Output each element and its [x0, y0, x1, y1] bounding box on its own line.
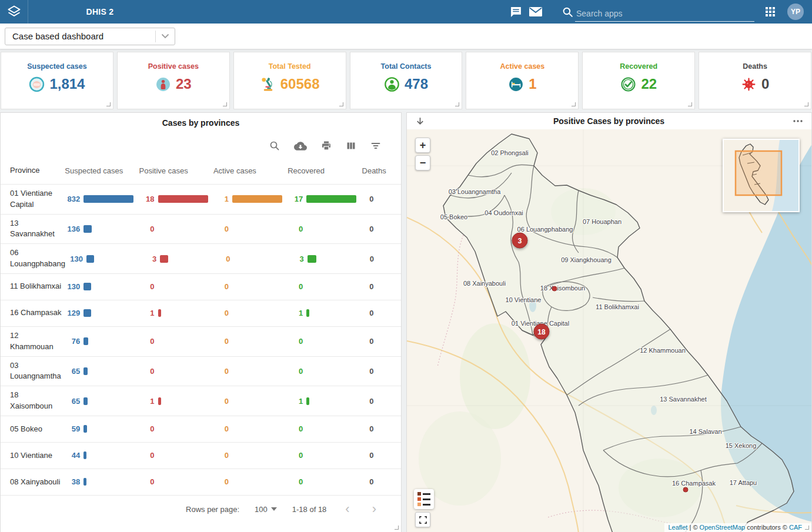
case-marker[interactable] [683, 487, 689, 493]
value-text: 1 [288, 397, 303, 406]
card-resize-handle[interactable] [223, 102, 227, 106]
province-label: 06 Louangphabang [517, 226, 573, 233]
fullscreen-button[interactable] [415, 512, 430, 527]
positive-cell: 1 [139, 309, 213, 317]
kpi-card-active-cases[interactable]: Active cases1 [466, 52, 579, 109]
value-text: 59 [65, 424, 80, 433]
table-row[interactable]: 18 Xaisomboun651010 [1, 386, 401, 416]
value-text: 0 [213, 225, 229, 233]
value-text: 0 [362, 477, 374, 486]
value-text: 44 [65, 451, 80, 460]
recovered-cell: 0 [288, 424, 362, 433]
table-body: 01 Vientiane Capital83218117013 Savannak… [1, 185, 401, 496]
province-cell: 12 Khammouan [1, 330, 65, 353]
recovered-cell: 0 [288, 282, 362, 291]
active-cell: 0 [213, 337, 288, 346]
card-resize-handle[interactable] [572, 102, 576, 106]
more-options-icon[interactable] [793, 119, 803, 123]
overview-mini-map[interactable] [723, 139, 800, 212]
province-cell: 01 Vientiane Capital [1, 188, 65, 210]
value-text: 0 [213, 309, 229, 317]
province-label: 05 Bokeo [440, 213, 467, 220]
map-download-arrow-icon[interactable] [415, 116, 425, 126]
panel-resize-handle[interactable] [395, 526, 399, 530]
kpi-card-total-contacts[interactable]: Total Contacts478 [350, 52, 463, 109]
card-resize-handle[interactable] [339, 102, 343, 106]
value-text: 0 [362, 225, 374, 233]
positive-cell: 18 [139, 195, 213, 203]
table-row[interactable]: 06 Louangphabang1303030 [1, 244, 401, 274]
case-marker[interactable]: 18 [534, 324, 550, 340]
rows-per-page-select[interactable]: 100 [255, 505, 277, 514]
table-row[interactable]: 16 Champasak1291010 [1, 300, 401, 327]
map-panel: Positive Cases by provinces [406, 112, 812, 532]
positive-cell: 0 [139, 367, 213, 376]
table-row[interactable]: 08 Xainyabouli380000 [1, 469, 401, 496]
suspected-bar [83, 367, 88, 375]
suspected-bar [83, 397, 88, 405]
card-resize-handle[interactable] [804, 102, 808, 106]
suspected-cell: 59 [65, 424, 139, 433]
value-text: 0 [362, 337, 374, 346]
table-row[interactable]: 10 Vientiane440000 [1, 443, 401, 469]
case-marker[interactable]: 3 [512, 233, 528, 249]
active-cell: 0 [213, 225, 288, 233]
card-resize-handle[interactable] [688, 102, 692, 106]
map-zoom-controls: + − [415, 138, 430, 170]
table-row[interactable]: 03 Louangnamtha650000 [1, 357, 401, 387]
value-text: 0 [288, 424, 303, 433]
value-text: 0 [362, 451, 374, 460]
table-row[interactable]: 11 Bolikhamxai1300000 [1, 274, 401, 300]
table-row[interactable]: 01 Vientiane Capital832181170 [1, 185, 401, 215]
suspected-bar [83, 195, 133, 203]
kpi-card-total-tested[interactable]: Total Tested60568 [233, 52, 346, 109]
kpi-card-deaths[interactable]: Deaths0 [699, 52, 811, 109]
value-text: 0 [362, 367, 374, 376]
download-icon[interactable] [294, 141, 307, 151]
dashboard-select[interactable]: Case based dashboard [5, 28, 175, 45]
table-search-icon[interactable] [269, 140, 280, 151]
province-cell: 08 Xainyabouli [1, 477, 65, 488]
filter-icon[interactable] [370, 140, 381, 151]
messages-icon[interactable] [506, 2, 526, 22]
table-row[interactable]: 13 Savannakhet1360000 [1, 215, 401, 245]
kpi-card-positive-cases[interactable]: Positive cases23 [117, 52, 230, 109]
view-columns-icon[interactable] [346, 140, 356, 151]
dhis2-logo-icon[interactable] [0, 0, 28, 24]
panel-resize-handle[interactable] [805, 526, 809, 530]
kpi-card-suspected-cases[interactable]: Suspected cases1,814 [1, 52, 113, 109]
osm-link[interactable]: OpenStreetMap [700, 524, 746, 531]
value-text: 0 [288, 337, 303, 346]
zoom-out-button[interactable]: − [415, 155, 430, 170]
leaflet-link[interactable]: Leaflet [668, 524, 687, 531]
search-apps-input[interactable] [575, 6, 754, 22]
suspected-bar [86, 255, 94, 263]
positive-cell: 3 [141, 255, 215, 263]
table-row[interactable]: 12 Khammouan760000 [1, 327, 401, 357]
carto-link[interactable]: CAF [789, 524, 802, 531]
province-cell: 05 Bokeo [1, 424, 65, 435]
card-resize-handle[interactable] [455, 102, 459, 106]
user-avatar[interactable]: YP [787, 4, 804, 20]
table-row[interactable]: 05 Bokeo590000 [1, 416, 401, 443]
column-header-deaths: Deaths [362, 166, 401, 175]
print-icon[interactable] [321, 140, 332, 151]
column-header-active-cases: Active cases [213, 166, 288, 175]
province-label: 14 Salavan [689, 428, 721, 435]
prev-page-button[interactable]: ‹ [342, 505, 353, 513]
card-resize-handle[interactable] [106, 102, 111, 106]
next-page-button[interactable]: › [369, 505, 380, 513]
map-canvas[interactable]: + − [407, 129, 811, 532]
table-toolbar [1, 128, 401, 157]
mail-icon[interactable] [526, 2, 546, 22]
apps-grid-icon[interactable] [760, 2, 780, 22]
app-title: DHIS 2 [28, 7, 172, 16]
recovered-bar [306, 309, 309, 317]
suspected-bar [83, 478, 86, 486]
zoom-in-button[interactable]: + [415, 138, 430, 153]
map-legend-button[interactable] [414, 489, 434, 509]
value-text: 0 [362, 195, 374, 203]
kpi-card-recovered[interactable]: Recovered22 [582, 52, 695, 109]
case-marker[interactable] [552, 286, 557, 292]
kpi-label: Deaths [743, 62, 767, 71]
